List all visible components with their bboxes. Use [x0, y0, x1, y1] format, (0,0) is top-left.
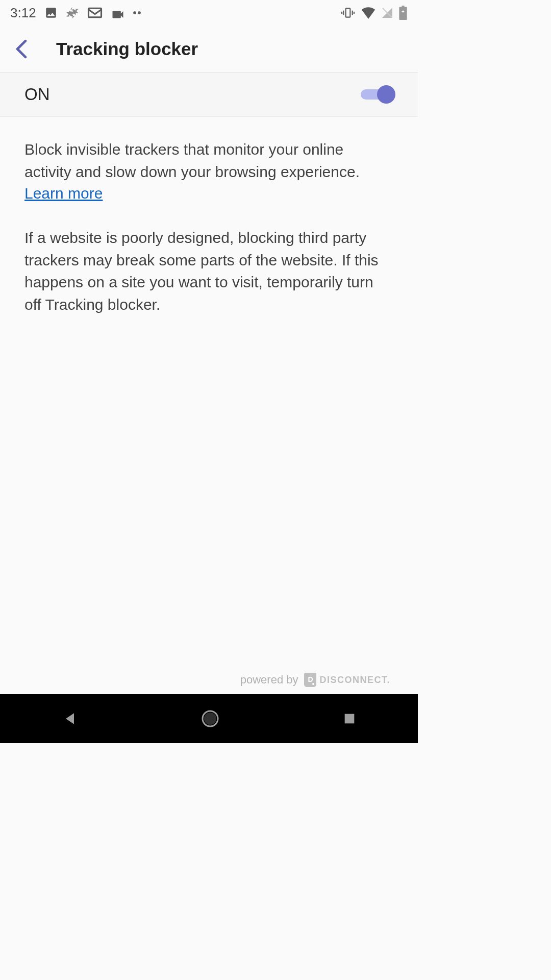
status-time: 3:12 — [10, 5, 36, 21]
gmail-icon — [87, 6, 103, 19]
wifi-icon — [361, 7, 376, 19]
learn-more-link[interactable]: Learn more — [24, 185, 103, 202]
warning-text: If a website is poorly designed, blockin… — [24, 227, 393, 315]
svg-rect-0 — [88, 8, 101, 17]
toggle-label: ON — [24, 85, 50, 104]
image-icon — [44, 6, 58, 19]
disconnect-badge-icon — [304, 673, 316, 687]
description-text: Block invisible trackers that monitor yo… — [24, 138, 393, 183]
powered-by-text: powered by — [240, 673, 298, 687]
nav-back-button[interactable] — [62, 710, 78, 727]
photos-icon — [66, 6, 79, 19]
status-left: 3:12 •• — [10, 5, 142, 21]
tracking-blocker-toggle[interactable] — [361, 85, 393, 104]
svg-rect-7 — [400, 15, 406, 19]
nav-bar — [0, 694, 418, 743]
disconnect-text: DISCONNECT. — [319, 675, 390, 685]
page-title: Tracking blocker — [56, 39, 198, 59]
status-bar: 3:12 •• + — [0, 0, 418, 26]
svg-point-10 — [205, 714, 215, 724]
video-icon — [111, 7, 125, 18]
status-right: + — [340, 6, 408, 20]
back-button[interactable] — [15, 39, 28, 59]
svg-rect-11 — [344, 714, 354, 724]
nav-home-button[interactable] — [201, 709, 219, 728]
signal-icon — [381, 7, 393, 19]
vibrate-icon — [340, 6, 356, 19]
disconnect-logo: DISCONNECT. — [304, 673, 390, 687]
svg-rect-1 — [346, 8, 350, 17]
battery-icon: + — [398, 6, 408, 20]
toggle-row: ON — [0, 72, 418, 117]
nav-recents-button[interactable] — [342, 712, 357, 726]
app-bar: Tracking blocker — [0, 26, 418, 72]
footer: powered by DISCONNECT. — [240, 673, 390, 687]
more-icon: •• — [133, 7, 142, 19]
svg-text:+: + — [402, 9, 405, 14]
content: Block invisible trackers that monitor yo… — [0, 117, 418, 337]
